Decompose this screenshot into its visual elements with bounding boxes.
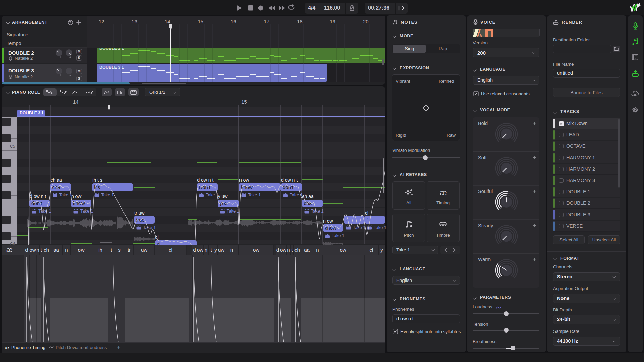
svg-text:æ: æ bbox=[440, 188, 447, 197]
